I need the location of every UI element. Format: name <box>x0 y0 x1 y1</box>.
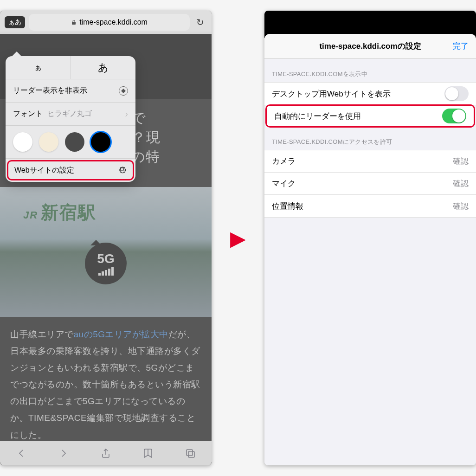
bookmarks-icon[interactable] <box>142 448 154 459</box>
color-theme-row <box>6 126 135 159</box>
camera-row[interactable]: カメラ 確認 <box>264 150 476 173</box>
auto-reader-toggle[interactable] <box>442 109 466 123</box>
sheet-title: time-space.kddi.comの設定 <box>319 41 421 51</box>
sheet-header: time-space.kddi.comの設定 完了 <box>264 34 476 59</box>
location-row[interactable]: 位置情報 確認 <box>264 195 476 217</box>
phone-right: time-space.kddi.comの設定 完了 TIME-SPACE.KDD… <box>264 11 476 465</box>
website-settings-row[interactable]: Webサイトの設定 <box>7 160 134 180</box>
section-header-display: TIME-SPACE.KDDI.COMを表示中 <box>264 59 476 82</box>
mic-row[interactable]: マイク 確認 <box>264 173 476 195</box>
font-size-decrease[interactable]: ぁ <box>6 56 71 79</box>
aa-button[interactable]: ぁあ <box>5 16 25 28</box>
svg-rect-0 <box>187 450 193 456</box>
font-row[interactable]: フォント ヒラギノ丸ゴ › <box>6 103 135 126</box>
tabs-icon[interactable] <box>185 448 196 459</box>
highlight-auto-reader: 自動的にリーダーを使用 <box>265 104 475 128</box>
back-icon[interactable] <box>16 448 27 459</box>
theme-black-selected[interactable] <box>91 132 110 152</box>
share-icon[interactable] <box>100 448 111 459</box>
5g-badge: 5G <box>85 243 127 284</box>
done-button[interactable]: 完了 <box>453 41 469 51</box>
desktop-site-toggle[interactable] <box>444 86 469 101</box>
hide-reader-row[interactable]: リーダー表示を非表示 <box>6 79 135 103</box>
url-field[interactable]: time-space.kddi.com <box>29 14 190 31</box>
article-link[interactable]: auの5Gエリアが拡大中 <box>74 329 168 339</box>
reader-popover: ぁ あ リーダー表示を非表示 フォント ヒラギノ丸ゴ › Webサイトの設定 <box>6 56 135 182</box>
font-size-row: ぁ あ <box>6 56 135 79</box>
settings-sheet: time-space.kddi.comの設定 完了 TIME-SPACE.KDD… <box>264 34 476 465</box>
font-size-increase[interactable]: あ <box>71 56 136 79</box>
station-sign: JR新宿駅 <box>23 201 96 225</box>
arrow-right-icon: ▶ <box>230 226 246 250</box>
auto-reader-row[interactable]: 自動的にリーダーを使用 <box>267 106 474 126</box>
theme-white[interactable] <box>13 132 32 152</box>
url-text: time-space.kddi.com <box>79 18 148 26</box>
theme-gray[interactable] <box>65 132 84 152</box>
forward-icon[interactable] <box>58 448 69 459</box>
url-bar: ぁあ time-space.kddi.com ↻ <box>0 11 212 34</box>
phone-left: か所で のか？現 電波の特 JR新宿駅 5G 山手線エリアでauの5Gエリアが拡… <box>0 11 212 465</box>
theme-sepia[interactable] <box>39 132 58 152</box>
gear-icon <box>117 165 127 176</box>
bottom-toolbar <box>0 441 212 465</box>
desktop-site-row[interactable]: デスクトップ用Webサイトを表示 <box>264 83 476 105</box>
svg-rect-1 <box>188 451 194 457</box>
chevron-right-icon: › <box>125 109 128 119</box>
article-image: JR新宿駅 5G <box>0 187 212 317</box>
lock-icon <box>71 19 77 25</box>
reload-button[interactable]: ↻ <box>193 17 207 28</box>
section-header-access: TIME-SPACE.KDDI.COMにアクセスを許可 <box>264 127 476 150</box>
compass-icon <box>119 86 128 96</box>
